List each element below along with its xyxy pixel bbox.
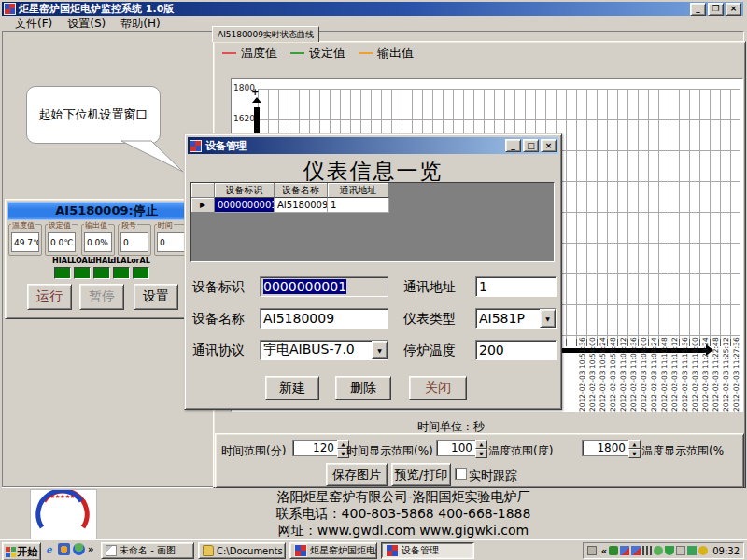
dialog-close-button[interactable]: × xyxy=(541,139,557,152)
stop-temp-label: 停炉温度 xyxy=(403,343,456,359)
restore-button[interactable]: ❐ xyxy=(708,3,724,16)
preview-print-button[interactable]: 预览/打印 xyxy=(391,463,451,486)
chevron-left-icon[interactable]: « xyxy=(601,546,607,556)
network-offline-icon[interactable] xyxy=(620,546,629,555)
time-range-label: 时间范围(分) xyxy=(221,443,286,459)
paint-icon xyxy=(106,545,117,556)
x-axis-tick-label: 2012-02-03 11:10:48 xyxy=(660,337,669,412)
protocol-label: 通讯协议 xyxy=(192,343,245,359)
x-axis-tick-label: 2012-02-03 10:56:24 xyxy=(599,337,607,412)
spin-up-icon[interactable]: ▲ xyxy=(475,440,487,449)
column-header[interactable]: 设备名称 xyxy=(275,183,328,198)
device-field-label: 温度值 xyxy=(11,220,35,231)
meter-type-value: AI581P xyxy=(479,311,525,326)
minimize-button[interactable]: _ xyxy=(690,3,706,16)
start-button[interactable]: 开始 xyxy=(2,542,41,560)
legend-label: 输出值 xyxy=(377,45,414,62)
taskbar: 开始 e » 未命名 - 画图 C:\Documents and Se... 炬… xyxy=(0,539,747,560)
new-button[interactable]: 新建 xyxy=(265,376,319,400)
alarm-label: dHAL xyxy=(91,257,113,265)
stop-temp-field[interactable]: 200 xyxy=(475,340,557,360)
menu-item[interactable]: 设置(S) xyxy=(62,16,111,32)
taskbar-task-monitor-app[interactable]: 炬星窑炉国炬电炉监... xyxy=(289,542,377,559)
table-cell-device-name[interactable]: AI5180009 xyxy=(275,198,328,213)
ie-icon[interactable]: e xyxy=(43,543,55,555)
dropdown-arrow-icon[interactable]: ▼ xyxy=(372,341,388,359)
update-icon[interactable] xyxy=(698,546,708,555)
spin-down-icon[interactable]: ▼ xyxy=(475,449,487,458)
alarm-indicator: HIAL xyxy=(52,257,72,279)
x-axis-tick-label: 2012-02-03 11:06:00 xyxy=(640,337,648,412)
table-row[interactable]: ▶ 0000000001 AI5180009 1 xyxy=(191,198,389,213)
mail-icon[interactable] xyxy=(687,546,697,555)
run-button[interactable]: 运行 xyxy=(27,284,72,310)
window-title: 炬星窑炉国炬电炉监控系统 1.0版 xyxy=(19,2,174,16)
y-axis-tick-label: 1620 xyxy=(233,114,255,123)
comm-addr-field[interactable]: 1 xyxy=(475,276,557,297)
close-button[interactable]: × xyxy=(726,3,741,16)
chart-legend: 温度值 设定值 输出值 xyxy=(222,45,414,62)
column-header[interactable]: 通讯地址 xyxy=(328,183,389,198)
taskbar-task-device-management[interactable]: 设备管理 xyxy=(381,542,474,559)
column-header[interactable]: 设备标识 xyxy=(215,183,275,198)
menu-item[interactable]: 帮助(H) xyxy=(115,16,165,32)
taskbar-task-paint[interactable]: 未命名 - 画图 xyxy=(101,542,194,559)
spin-up-icon[interactable]: ▲ xyxy=(628,440,641,449)
row-selector-arrow-icon[interactable]: ▶ xyxy=(191,198,215,213)
time-display-spinner[interactable]: 100 ▲▼ xyxy=(436,440,487,458)
device-name-field[interactable]: AI5180009 xyxy=(260,308,388,329)
time-display-value[interactable]: 100 xyxy=(436,440,475,456)
chart-controls-panel: 时间范围(分) 120 ▲▼ 时间显示范围(%) 100 ▲▼ 温度范围(度) … xyxy=(215,433,744,488)
pause-button[interactable]: 暂停 xyxy=(79,284,124,310)
table-cell-comm-addr[interactable]: 1 xyxy=(328,198,389,213)
dialog-minimize-button[interactable]: _ xyxy=(505,139,521,152)
table-header-row: 设备标识 设备名称 通讯地址 xyxy=(191,183,389,198)
power-meter-icon[interactable] xyxy=(676,546,685,555)
table-cell-device-id[interactable]: 0000000001 xyxy=(215,198,275,213)
svg-text:★★★★★: ★★★★★ xyxy=(50,493,76,499)
spin-down-icon[interactable]: ▼ xyxy=(628,449,641,458)
status-green-icon[interactable] xyxy=(654,546,663,555)
temp-range-value[interactable]: 1800 xyxy=(582,440,628,456)
quick-launch: e » xyxy=(43,543,93,555)
network-offline2-icon[interactable] xyxy=(631,546,641,555)
x-axis-tick: 2012-02-03 11:15:36 xyxy=(681,352,691,412)
setpoint-line-icon xyxy=(290,52,304,54)
realtime-track-checkbox[interactable] xyxy=(455,468,467,480)
zoom-plus-icon[interactable]: + xyxy=(251,87,259,97)
antivirus-icon[interactable] xyxy=(609,546,618,555)
x-axis-tick-label: 2012-02-03 10:51:36 xyxy=(578,337,586,412)
output-line-icon xyxy=(359,52,373,54)
save-image-button[interactable]: 保存图片 xyxy=(326,463,388,486)
tab-realtime-curve[interactable]: AI5180009实时状态曲线 xyxy=(212,26,319,42)
setup-button[interactable]: 设置 xyxy=(134,284,178,310)
signal-strength-icon[interactable] xyxy=(642,546,652,555)
time-range-spinner[interactable]: 120 ▲▼ xyxy=(292,440,349,458)
time-range-value[interactable]: 120 xyxy=(292,440,337,456)
meter-type-combobox[interactable]: AI581P ▼ xyxy=(475,308,557,329)
printer-icon[interactable] xyxy=(587,546,597,555)
taskbar-clock[interactable]: 09:32 xyxy=(712,546,740,556)
taskbar-task-explorer[interactable]: C:\Documents and Se... xyxy=(198,542,286,559)
close-dialog-button[interactable]: 关闭 xyxy=(409,376,467,400)
main-titlebar[interactable]: 炬星窑炉国炬电炉监控系统 1.0版 _ ❐ × xyxy=(2,2,743,16)
menu-item[interactable]: 文件(F) xyxy=(9,16,58,32)
legend-item-setpoint: 设定值 xyxy=(290,45,345,62)
task-label: C:\Documents and Se... xyxy=(217,546,286,556)
protocol-combobox[interactable]: 宇电AIBUS-7.0 ▼ xyxy=(260,340,388,360)
comm-addr-label: 通讯地址 xyxy=(403,279,456,296)
media-player-icon[interactable] xyxy=(58,543,70,555)
shield-icon[interactable] xyxy=(665,546,674,555)
dialog-maximize-button[interactable]: □ xyxy=(523,139,539,152)
device-field-value: 0.0% xyxy=(84,232,112,252)
temp-range-spinner[interactable]: 1800 ▲▼ xyxy=(582,440,641,458)
device-id-field[interactable]: 0000000001 xyxy=(260,276,388,297)
dialog-titlebar[interactable]: 设备管理 _ □ × xyxy=(188,137,558,154)
device-table: 设备标识 设备名称 通讯地址 ▶ 0000000001 AI5180009 1 xyxy=(190,182,555,262)
chevron-right-icon[interactable]: » xyxy=(88,544,93,554)
dropdown-arrow-icon[interactable]: ▼ xyxy=(540,309,556,328)
delete-button[interactable]: 删除 xyxy=(335,376,391,400)
messenger-icon[interactable] xyxy=(73,543,85,555)
meter-type-label: 仪表类型 xyxy=(403,311,456,328)
scroll-up-arrow-icon[interactable] xyxy=(252,97,261,103)
